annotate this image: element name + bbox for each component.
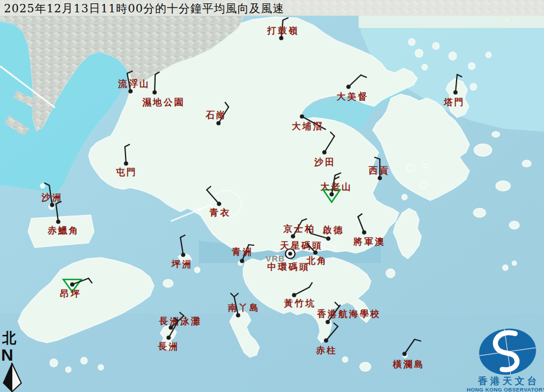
- station-dot-icon: [166, 335, 171, 340]
- station-label: 流浮山: [118, 78, 150, 89]
- station-dot-icon: [50, 203, 54, 207]
- station-label: 橫瀾島: [392, 359, 425, 370]
- station-dot-icon: [124, 161, 128, 166]
- station-label: 打鼓嶺: [267, 25, 299, 36]
- station-dot-icon: [324, 338, 328, 343]
- station-label: 大埔滘: [292, 121, 324, 132]
- station-label: 香港航海學校: [317, 309, 381, 319]
- wind-map: 打鼓嶺流浮山濕地公園石崗大美督塔門大埔滘沙田西貢大老山沙洲赤鱲角屯門青衣青洲京士…: [0, 0, 544, 392]
- station-dot-icon: [292, 293, 296, 297]
- station-label: 將軍澳: [353, 236, 385, 247]
- hko-logo-en: HONG KONG OBSERVATORY: [467, 386, 544, 392]
- station-label: 青衣: [209, 207, 231, 218]
- station-label: 長洲泳灘: [159, 316, 202, 326]
- station-dot-icon: [326, 236, 331, 241]
- hko-logo-cn: 香港天文台: [477, 375, 540, 386]
- wind-barb-icon: [155, 74, 155, 92]
- station-label: 沙田: [314, 157, 336, 167]
- station-dot-icon: [279, 36, 283, 40]
- station-label: 大美督: [337, 91, 369, 102]
- station-label: 大老山: [320, 181, 352, 192]
- station-dot-icon: [128, 89, 133, 94]
- station-label: 石崗: [205, 110, 227, 120]
- station-label: 天星碼頭: [280, 240, 323, 251]
- station-dot-icon: [216, 121, 221, 125]
- station-dot-icon: [56, 220, 61, 224]
- station-label: 黃竹坑: [283, 298, 316, 309]
- station-central-pier: 中環碼頭: [267, 262, 310, 272]
- station-dot-icon: [453, 90, 458, 95]
- station-label: 屯門: [115, 167, 137, 178]
- station-label: 塔門: [443, 97, 465, 108]
- station-dot-icon: [362, 230, 366, 235]
- station-label: 沙洲: [41, 192, 63, 203]
- wind-barb-icon: [249, 245, 254, 245]
- station-label: 赤鱲角: [47, 225, 80, 236]
- station-label: 長洲: [157, 341, 179, 352]
- station-label: 青洲: [231, 246, 253, 257]
- station-dot-icon: [70, 282, 75, 287]
- station-dot-icon: [181, 253, 185, 257]
- station-label: 西貢: [368, 165, 390, 176]
- station-dot-icon: [217, 202, 221, 206]
- vrb-station-dot-icon: [288, 251, 292, 255]
- north-hanzi: 北: [2, 330, 17, 346]
- station-dot-icon: [378, 176, 382, 180]
- ne-coast-strip: [359, 16, 544, 28]
- station-label: 昂坪: [60, 288, 81, 299]
- station-dot-icon: [152, 90, 157, 95]
- station-label: 坪洲: [171, 259, 193, 269]
- station-dot-icon: [240, 259, 244, 263]
- station-label: 中環碼頭: [267, 262, 310, 272]
- station-label: 南丫島: [227, 302, 260, 313]
- station-label: 北角: [306, 255, 328, 266]
- north-letter: N: [1, 346, 13, 364]
- station-dot-icon: [346, 85, 351, 89]
- station-dot-icon: [313, 250, 318, 255]
- station-label: 啟德: [322, 225, 344, 235]
- station-dot-icon: [236, 313, 240, 318]
- station-label: 濕地公園: [142, 97, 185, 108]
- station-dot-icon: [322, 150, 327, 155]
- station-dot-icon: [402, 352, 407, 356]
- station-dot-icon: [291, 234, 295, 239]
- station-label: 赤柱: [315, 345, 337, 356]
- station-dot-icon: [326, 320, 330, 324]
- station-dot-icon: [300, 114, 304, 119]
- station-dot-icon: [329, 192, 334, 197]
- map-title: 2025年12月13日11時00分的十分鐘平均風向及風速: [4, 1, 285, 16]
- map-image: 打鼓嶺流浮山濕地公園石崗大美督塔門大埔滘沙田西貢大老山沙洲赤鱲角屯門青衣青洲京士…: [0, 0, 544, 392]
